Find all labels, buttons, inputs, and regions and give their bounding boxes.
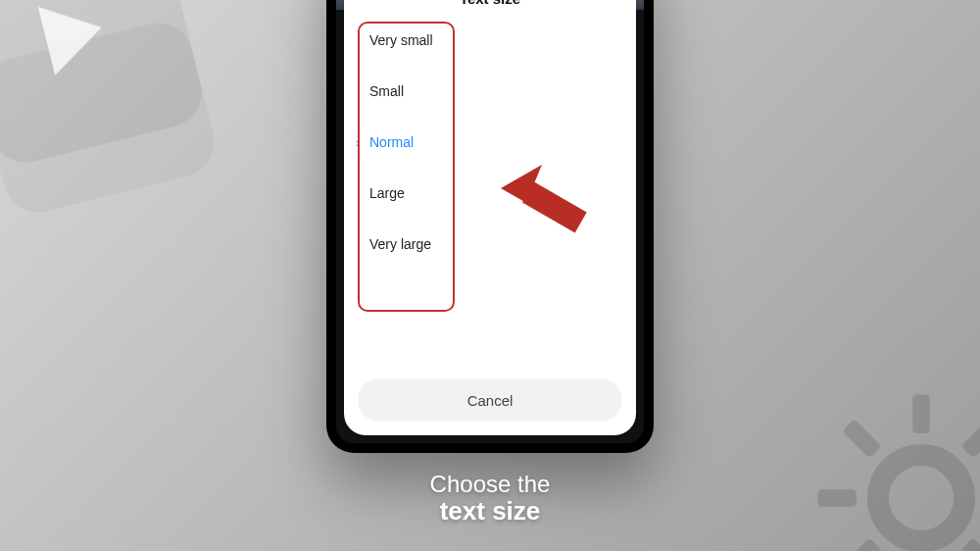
phone-frame: Text size Very small Small › Normal Larg… xyxy=(326,0,654,453)
cancel-label: Cancel xyxy=(467,392,514,409)
phone-screen: Text size Very small Small › Normal Larg… xyxy=(336,0,644,443)
option-label: Very large xyxy=(369,236,431,252)
chevron-right-icon: › xyxy=(356,135,360,150)
svg-rect-7 xyxy=(842,419,881,458)
option-label: Normal xyxy=(369,134,414,150)
option-normal[interactable]: › Normal xyxy=(358,117,636,168)
option-very-large[interactable]: Very large xyxy=(358,219,636,270)
option-very-small[interactable]: Very small xyxy=(358,15,636,66)
option-small[interactable]: Small xyxy=(358,66,636,117)
cancel-button[interactable]: Cancel xyxy=(358,378,622,422)
dialog-title: Text size xyxy=(344,0,636,15)
text-size-dialog: Text size Very small Small › Normal Larg… xyxy=(344,0,636,435)
svg-rect-6 xyxy=(842,537,881,551)
option-large[interactable]: Large xyxy=(358,168,636,219)
svg-rect-8 xyxy=(960,537,980,551)
caption-line1: Choose the xyxy=(0,471,980,498)
instruction-caption: Choose the text size xyxy=(0,471,980,526)
caption-line2: text size xyxy=(0,496,980,526)
option-label: Very small xyxy=(369,32,433,48)
svg-rect-1 xyxy=(912,394,930,433)
option-label: Large xyxy=(369,185,405,201)
text-size-options: Very small Small › Normal Large Very lar… xyxy=(344,15,636,270)
option-label: Small xyxy=(369,83,404,99)
svg-rect-5 xyxy=(960,419,980,458)
